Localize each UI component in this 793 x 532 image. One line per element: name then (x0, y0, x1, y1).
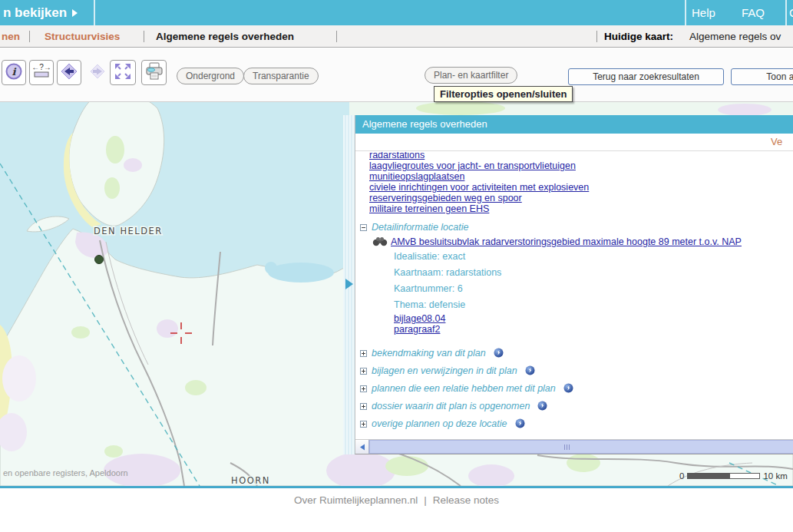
map-selected-point (95, 256, 104, 264)
scroll-left-button[interactable] (355, 440, 369, 454)
info-button[interactable]: i (2, 60, 26, 85)
expand-plus-icon[interactable] (360, 401, 367, 412)
list-item: laagvliegroutes voor jacht- en transport… (369, 160, 793, 171)
expand-plus-icon[interactable] (360, 419, 367, 430)
back-arrow-icon (60, 62, 78, 84)
list-item: bijlage08.04 (394, 313, 793, 324)
full-extent-button[interactable] (110, 60, 136, 85)
filter-tooltip: Filteropties openen/sluiten (434, 86, 573, 102)
help-icon[interactable] (537, 402, 547, 413)
panel-title: Algemene regels overheden (355, 115, 793, 134)
list-item: civiele inrichtingen voor activiteiten m… (369, 182, 793, 193)
zoom-extent-icon (114, 62, 132, 84)
terug-naar-zoekresultaten-button[interactable]: Terug naar zoekresultaten (568, 68, 724, 85)
collapsed-sections: bekendmaking van dit plan bijlagen en ve… (360, 345, 793, 434)
scrollbar-grip-icon (564, 444, 570, 450)
footer-link-over[interactable]: Over Ruimtelijkeplannen.nl (294, 494, 418, 506)
list-item: radarstations (369, 152, 793, 160)
info-panel: Algemene regels overheden Ve radarstatio… (355, 115, 793, 454)
footer-link-release-notes[interactable]: Release notes (433, 494, 499, 506)
property-thema: Thema: defensie (394, 297, 793, 313)
section-overige-plannen[interactable]: overige plannen op deze locatie (360, 416, 793, 434)
toon-alle-plannen-button[interactable]: Toon alle pla (731, 68, 793, 85)
expand-plus-icon[interactable] (360, 366, 367, 377)
nav-item-label: n bekijken (3, 5, 67, 20)
tab-divider (596, 31, 597, 42)
svg-text:←?→: ←?→ (31, 63, 51, 71)
panel-subheader-row: Ve (355, 134, 793, 151)
tab-plannen[interactable]: nen (2, 25, 20, 48)
collapse-minus-icon[interactable] (360, 223, 367, 233)
help-icon[interactable] (525, 367, 535, 378)
layer-link-militaire-terreinen[interactable]: militaire terreinen geen EHS (369, 203, 489, 214)
section-label[interactable]: bijlagen en verwijzingen in dit plan (372, 365, 517, 376)
measure-icon: ←?→ (31, 63, 51, 83)
previous-extent-button[interactable] (57, 60, 81, 85)
tab-divider (336, 31, 337, 42)
scale-bar (687, 473, 760, 479)
topbar-divider (685, 0, 686, 25)
list-item: militaire terreinen geen EHS (369, 203, 793, 214)
ondergrond-button[interactable]: Ondergrond (177, 68, 244, 84)
document-links: bijlage08.04 paragraaf2 (394, 313, 793, 335)
map-layer-link-list: radarstations laagvliegroutes voor jacht… (369, 152, 793, 214)
detail-object-row: AMvB besluitsubvlak radarverstoringsgebi… (372, 236, 793, 247)
tab-structuurvisies[interactable]: Structuurvisies (45, 25, 120, 48)
map-label-den-helder: DEN HELDER (94, 226, 163, 236)
expand-plus-icon[interactable] (360, 384, 367, 395)
section-label[interactable]: bekendmaking van dit plan (372, 348, 486, 359)
nav-item-help[interactable]: Help (692, 0, 715, 25)
plan-kaartfilter-button[interactable]: Plan- en kaartfilter (425, 67, 517, 84)
top-nav-bar: n bekijken Help FAQ C (0, 0, 793, 25)
footer-separator: | (424, 494, 427, 506)
map-attribution: en openbare registers, Apeldoorn (3, 468, 128, 477)
object-detail-link[interactable]: AMvB besluitsubvlak radarverstoringsgebi… (391, 236, 742, 247)
section-label[interactable]: dossier waarin dit plan is opgenomen (372, 401, 530, 411)
help-icon[interactable] (515, 420, 525, 431)
paragraaf-link[interactable]: paragraaf2 (394, 324, 440, 335)
info-icon: i (5, 63, 22, 83)
scrollbar-thumb[interactable] (369, 440, 793, 454)
binoculars-icon (372, 236, 388, 246)
detail-properties: Idealisatie: exact Kaartnaam: radarstati… (394, 249, 793, 313)
transparantie-button[interactable]: Transparantie (243, 68, 319, 84)
section-dossier[interactable]: dossier waarin dit plan is opgenomen (360, 398, 793, 416)
section-label[interactable]: plannen die een relatie hebben met dit p… (372, 383, 556, 394)
panel-horizontal-scrollbar[interactable] (355, 439, 793, 454)
scroll-left-arrow-icon (359, 444, 365, 451)
topbar-divider (785, 0, 787, 25)
help-icon[interactable] (494, 349, 504, 360)
current-map-label: Huidige kaart: (604, 25, 673, 48)
layer-link-munitieopslagplaatsen[interactable]: munitieopslagplaatsen (369, 171, 464, 182)
measure-button[interactable]: ←?→ (29, 60, 54, 85)
layer-link-laagvliegroutes[interactable]: laagvliegroutes voor jacht- en transport… (369, 160, 576, 171)
section-relaties[interactable]: plannen die een relatie hebben met dit p… (360, 381, 793, 398)
topbar-divider (94, 0, 95, 25)
layer-link-radarstations[interactable]: radarstations (369, 152, 425, 160)
section-bijlagen[interactable]: bijlagen en verwijzingen in dit plan (360, 363, 793, 381)
hide-panel-link[interactable]: Ve (771, 136, 782, 147)
map-scalebar: 0 10 km (679, 471, 788, 481)
property-kaartnaam: Kaartnaam: radarstations (394, 265, 793, 281)
forward-arrow-icon (88, 62, 107, 84)
nav-item-faq[interactable]: FAQ (742, 0, 765, 25)
tab-algemene-regels-active[interactable]: Algemene regels overheden (156, 25, 294, 48)
section-label[interactable]: overige plannen op deze locatie (372, 418, 507, 429)
panel-expand-arrow-icon[interactable] (345, 279, 353, 289)
nav-item-bekijken[interactable]: n bekijken (3, 0, 78, 25)
panel-collapse-strip[interactable] (343, 115, 355, 454)
layer-link-reserveringsgebieden[interactable]: reserveringsgebieden weg en spoor (369, 193, 522, 203)
next-extent-button (85, 60, 110, 85)
list-item: munitieopslagplaatsen (369, 171, 793, 182)
bijlage-link[interactable]: bijlage08.04 (394, 313, 445, 324)
scale-start-label: 0 (679, 471, 684, 481)
expand-plus-icon[interactable] (360, 349, 367, 359)
nav-item-contact[interactable]: C (789, 0, 793, 25)
panel-content: radarstations laagvliegroutes voor jacht… (355, 152, 793, 438)
print-button[interactable] (141, 60, 167, 85)
section-bekendmaking[interactable]: bekendmaking van dit plan (360, 345, 793, 363)
layer-link-civiele-inrichtingen[interactable]: civiele inrichtingen voor activiteiten m… (369, 182, 589, 193)
scale-end-label: 10 km (763, 471, 787, 481)
tab-divider (144, 31, 144, 42)
help-icon[interactable] (563, 385, 573, 395)
